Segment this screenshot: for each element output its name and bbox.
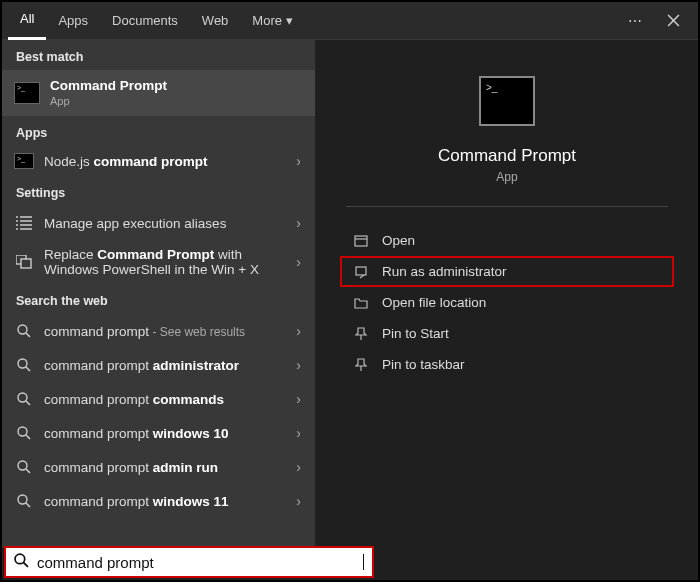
tab-web[interactable]: Web bbox=[190, 2, 241, 40]
preview-type: App bbox=[496, 170, 517, 184]
action-pin-taskbar[interactable]: Pin to taskbar bbox=[346, 349, 668, 380]
chevron-right-icon: › bbox=[292, 254, 305, 270]
section-settings: Settings bbox=[2, 176, 315, 206]
svg-point-6 bbox=[18, 461, 27, 470]
preview-panel: Command Prompt App Open Run as administr… bbox=[316, 40, 698, 548]
replace-icon bbox=[14, 252, 34, 272]
results-panel: Best match Command Prompt App Apps Node.… bbox=[2, 40, 316, 548]
chevron-right-icon: › bbox=[292, 357, 305, 373]
search-icon bbox=[14, 321, 34, 341]
svg-rect-1 bbox=[21, 259, 31, 268]
preview-title: Command Prompt bbox=[438, 146, 576, 166]
search-icon bbox=[14, 553, 29, 571]
action-pin-start[interactable]: Pin to Start bbox=[346, 318, 668, 349]
tab-all[interactable]: All bbox=[8, 2, 46, 40]
chevron-right-icon: › bbox=[292, 323, 305, 339]
chevron-right-icon: › bbox=[292, 153, 305, 169]
svg-rect-9 bbox=[356, 267, 366, 275]
chevron-right-icon: › bbox=[292, 215, 305, 231]
chevron-right-icon: › bbox=[292, 425, 305, 441]
chevron-right-icon: › bbox=[292, 459, 305, 475]
text-caret bbox=[363, 554, 364, 570]
svg-point-5 bbox=[18, 427, 27, 436]
search-icon bbox=[14, 355, 34, 375]
command-prompt-icon bbox=[14, 82, 40, 104]
result-web-item[interactable]: command prompt windows 11 › bbox=[2, 484, 315, 518]
more-options-icon[interactable]: ⋯ bbox=[616, 2, 654, 40]
command-prompt-icon bbox=[479, 76, 535, 126]
chevron-down-icon: ▾ bbox=[286, 2, 293, 40]
close-icon[interactable] bbox=[654, 2, 692, 40]
section-best-match: Best match bbox=[2, 40, 315, 70]
search-icon bbox=[14, 423, 34, 443]
svg-point-10 bbox=[15, 554, 25, 564]
svg-point-3 bbox=[18, 359, 27, 368]
search-icon bbox=[14, 389, 34, 409]
command-prompt-icon bbox=[14, 153, 34, 169]
search-icon bbox=[14, 457, 34, 477]
action-open-location[interactable]: Open file location bbox=[346, 287, 668, 318]
divider bbox=[346, 206, 668, 207]
pin-icon bbox=[352, 358, 370, 372]
pin-icon bbox=[352, 327, 370, 341]
top-tabs: All Apps Documents Web More ▾ ⋯ bbox=[2, 2, 698, 40]
svg-point-4 bbox=[18, 393, 27, 402]
chevron-right-icon: › bbox=[292, 493, 305, 509]
list-icon bbox=[14, 213, 34, 233]
section-apps: Apps bbox=[2, 116, 315, 146]
result-web-item[interactable]: command prompt admin run › bbox=[2, 450, 315, 484]
search-input[interactable] bbox=[37, 554, 365, 571]
chevron-right-icon: › bbox=[292, 391, 305, 407]
folder-icon bbox=[352, 296, 370, 310]
section-web: Search the web bbox=[2, 284, 315, 314]
tab-more[interactable]: More ▾ bbox=[240, 2, 305, 40]
svg-rect-8 bbox=[355, 236, 367, 246]
result-web-item[interactable]: command prompt administrator › bbox=[2, 348, 315, 382]
search-bar[interactable] bbox=[4, 546, 374, 578]
shield-icon bbox=[352, 265, 370, 279]
action-open[interactable]: Open bbox=[346, 225, 668, 256]
result-web-item[interactable]: command prompt windows 10 › bbox=[2, 416, 315, 450]
result-best-match[interactable]: Command Prompt App bbox=[2, 70, 315, 116]
search-icon bbox=[14, 491, 34, 511]
result-setting-item[interactable]: Manage app execution aliases › bbox=[2, 206, 315, 240]
result-setting-item[interactable]: Replace Command Prompt with Windows Powe… bbox=[2, 240, 315, 284]
tab-apps[interactable]: Apps bbox=[46, 2, 100, 40]
result-web-item[interactable]: command prompt commands › bbox=[2, 382, 315, 416]
open-icon bbox=[352, 234, 370, 248]
svg-point-2 bbox=[18, 325, 27, 334]
action-run-admin[interactable]: Run as administrator bbox=[342, 258, 672, 285]
result-app-item[interactable]: Node.js command prompt › bbox=[2, 146, 315, 176]
result-web-item[interactable]: command prompt - See web results › bbox=[2, 314, 315, 348]
svg-point-7 bbox=[18, 495, 27, 504]
tab-documents[interactable]: Documents bbox=[100, 2, 190, 40]
